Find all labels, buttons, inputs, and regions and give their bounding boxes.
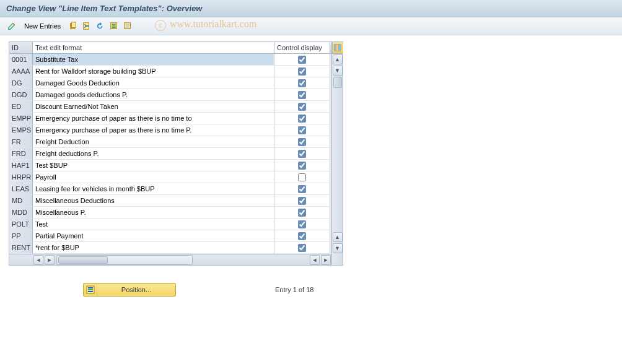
cell-text[interactable]: Rent for Walldorf storage building $BUP — [33, 66, 274, 77]
control-checkbox[interactable] — [298, 197, 306, 205]
cell-text[interactable]: Damaged goods deductions P. — [33, 89, 274, 100]
cell-control[interactable] — [274, 77, 330, 89]
col-header-id[interactable]: ID — [9, 42, 33, 53]
cell-control[interactable] — [274, 219, 330, 230]
cell-id[interactable]: EMPS — [9, 124, 33, 136]
cell-control[interactable] — [274, 136, 330, 147]
cell-text[interactable]: Miscellaneous Deductions — [33, 195, 274, 206]
cell-control[interactable] — [274, 230, 330, 241]
table-row[interactable]: LEASLeasing fee for vehicles in month $B… — [9, 183, 331, 195]
control-checkbox[interactable] — [298, 138, 306, 146]
col-header-text[interactable]: Text edit format — [33, 42, 274, 53]
hscroll-left2-icon[interactable]: ◄ — [310, 255, 320, 265]
control-checkbox[interactable] — [298, 91, 306, 99]
table-row[interactable]: RENT*rent for $BUP — [9, 242, 331, 254]
cell-text[interactable]: Emergency purchase of paper as there is … — [33, 113, 274, 124]
cell-text[interactable]: Damaged Goods Deduction — [33, 77, 274, 89]
control-checkbox[interactable] — [298, 209, 306, 217]
cell-control[interactable] — [274, 242, 330, 253]
cell-control[interactable] — [274, 66, 330, 77]
undo-icon[interactable] — [95, 20, 106, 32]
table-row[interactable]: EMPSEmergency purchase of paper as there… — [9, 124, 331, 136]
cell-id[interactable]: MDD — [9, 207, 33, 218]
cell-id[interactable]: HAP1 — [9, 160, 33, 171]
control-checkbox[interactable] — [298, 220, 306, 228]
cell-id[interactable]: MD — [9, 195, 33, 206]
cell-id[interactable]: PP — [9, 230, 33, 241]
cell-control[interactable] — [274, 160, 330, 171]
cell-control[interactable] — [274, 171, 330, 183]
cell-control[interactable] — [274, 148, 330, 159]
table-row[interactable]: DGDDamaged goods deductions P. — [9, 89, 331, 101]
table-row[interactable]: EDDiscount Earned/Not Taken — [9, 101, 331, 113]
table-row[interactable]: AAAARent for Walldorf storage building $… — [9, 66, 331, 77]
cell-text[interactable]: Freight deductions P. — [33, 148, 274, 159]
control-checkbox[interactable] — [298, 244, 306, 252]
cell-id[interactable]: FR — [9, 136, 33, 147]
vscroll-up2-icon[interactable]: ▲ — [333, 232, 343, 242]
cell-control[interactable] — [274, 124, 330, 136]
control-checkbox[interactable] — [298, 232, 306, 240]
cell-control[interactable] — [274, 89, 330, 100]
control-checkbox[interactable] — [298, 67, 306, 76]
cell-id[interactable]: HRPR — [9, 171, 33, 183]
cell-control[interactable] — [274, 207, 330, 218]
hscroll-right-icon[interactable]: ► — [45, 255, 55, 265]
vscroll-down-icon[interactable]: ▼ — [333, 66, 343, 76]
hscroll-left-icon[interactable]: ◄ — [33, 255, 43, 265]
control-checkbox[interactable] — [298, 162, 306, 170]
copy-icon[interactable] — [68, 20, 79, 32]
new-entries-button[interactable]: New Entries — [20, 20, 65, 32]
position-button[interactable]: Position... — [83, 283, 176, 297]
table-row[interactable]: EMPPEmergency purchase of paper as there… — [9, 113, 331, 124]
table-row[interactable]: HRPRPayroll — [9, 171, 331, 183]
cell-id[interactable]: RENT — [9, 242, 33, 253]
configure-columns-icon[interactable] — [332, 42, 343, 54]
cell-id[interactable]: LEAS — [9, 183, 33, 194]
table-row[interactable]: MDMiscellaneous Deductions — [9, 195, 331, 207]
cell-control[interactable] — [274, 113, 330, 124]
cell-id[interactable]: EMPP — [9, 113, 33, 124]
cell-control[interactable] — [274, 183, 330, 194]
cell-id[interactable]: POLT — [9, 219, 33, 230]
table-row[interactable]: FRFreight Deduction — [9, 136, 331, 148]
cell-id[interactable]: AAAA — [9, 66, 33, 77]
delete-icon[interactable] — [81, 20, 92, 32]
cell-text[interactable]: Freight Deduction — [33, 136, 274, 147]
control-checkbox[interactable] — [298, 115, 306, 123]
cell-text[interactable]: *rent for $BUP — [33, 242, 274, 253]
vscroll-up-icon[interactable]: ▲ — [333, 54, 343, 64]
cell-text[interactable]: Test $BUP — [33, 160, 274, 171]
col-header-ctrl[interactable]: Control display — [274, 42, 330, 53]
vscroll-down2-icon[interactable]: ▼ — [333, 243, 343, 253]
cell-text[interactable]: Discount Earned/Not Taken — [33, 101, 274, 112]
table-row[interactable]: DGDamaged Goods Deduction — [9, 77, 331, 89]
cell-control[interactable] — [274, 195, 330, 206]
control-checkbox[interactable] — [298, 150, 306, 158]
control-checkbox[interactable] — [298, 173, 306, 181]
cell-text[interactable]: Test — [33, 219, 274, 230]
cell-text[interactable]: Miscellaneous P. — [33, 207, 274, 218]
deselect-all-icon[interactable] — [122, 20, 133, 32]
table-row[interactable]: HAP1Test $BUP — [9, 160, 331, 171]
cell-id[interactable]: ED — [9, 101, 33, 112]
hscroll-thumb[interactable] — [58, 256, 108, 264]
control-checkbox[interactable] — [298, 79, 306, 87]
cell-control[interactable] — [274, 101, 330, 112]
table-row[interactable]: 0001Substitute Tax — [9, 54, 331, 66]
hscroll-track[interactable] — [56, 255, 193, 265]
control-checkbox[interactable] — [298, 126, 306, 134]
table-row[interactable]: MDDMiscellaneous P. — [9, 207, 331, 219]
cell-text[interactable]: Leasing fee for vehicles in month $BUP — [33, 183, 274, 194]
select-all-icon[interactable] — [108, 20, 120, 32]
cell-id[interactable]: FRD — [9, 148, 33, 159]
table-row[interactable]: PPPartial Payment — [9, 230, 331, 242]
cell-id[interactable]: 0001 — [9, 54, 33, 65]
cell-text[interactable]: Payroll — [33, 171, 274, 183]
change-icon[interactable] — [6, 20, 17, 32]
hscroll-right2-icon[interactable]: ► — [321, 255, 331, 265]
vscroll-thumb[interactable] — [333, 77, 342, 88]
cell-id[interactable]: DG — [9, 77, 33, 89]
cell-text[interactable]: Partial Payment — [33, 230, 274, 241]
table-row[interactable]: FRDFreight deductions P. — [9, 148, 331, 160]
